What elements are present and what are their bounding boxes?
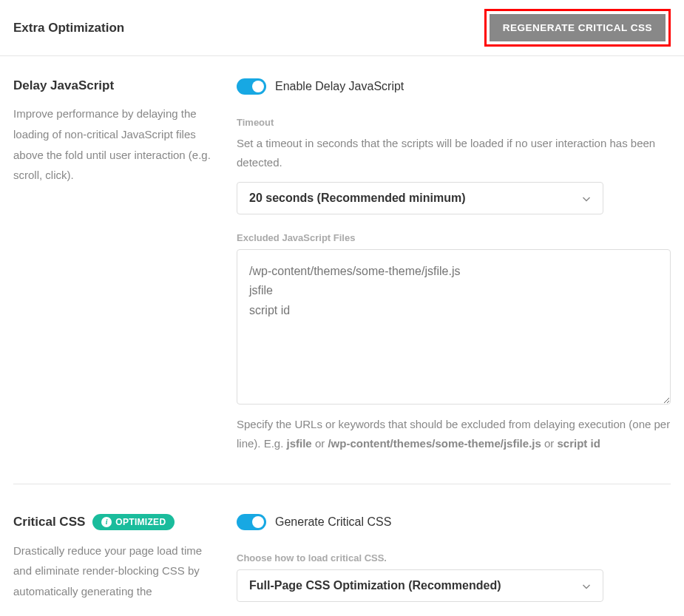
critical-css-mode-value: Full-Page CSS Optimization (Recommended) (249, 579, 501, 592)
choose-load-label: Choose how to load critical CSS. (237, 552, 671, 563)
excluded-files-label: Excluded JavaScript Files (237, 232, 671, 243)
section-description: Improve performance by delaying the load… (13, 104, 214, 186)
excluded-files-hint: Specify the URLs or keywords that should… (237, 415, 671, 454)
section-title: Critical CSS i OPTIMIZED (13, 514, 214, 530)
timeout-select[interactable]: 20 seconds (Recommended minimum) (237, 182, 603, 214)
timeout-select-value: 20 seconds (Recommended minimum) (249, 192, 466, 205)
generate-critical-css-toggle[interactable] (237, 514, 266, 530)
page-header: Extra Optimization REGENERATE CRITICAL C… (0, 0, 684, 56)
section-sidebar: Critical CSS i OPTIMIZED Drastically red… (13, 514, 214, 602)
regenerate-critical-css-button[interactable]: REGENERATE CRITICAL CSS (490, 14, 666, 41)
critical-css-section: Critical CSS i OPTIMIZED Drastically red… (13, 514, 671, 602)
badge-text: OPTIMIZED (115, 517, 166, 527)
chevron-down-icon (582, 581, 591, 590)
toggle-label: Generate Critical CSS (275, 515, 391, 529)
delay-javascript-section: Delay JavaScript Improve performance by … (13, 78, 671, 484)
section-title: Delay JavaScript (13, 78, 214, 93)
critical-css-mode-select[interactable]: Full-Page CSS Optimization (Recommended) (237, 569, 603, 602)
timeout-label: Timeout (237, 117, 671, 128)
section-title-text: Critical CSS (13, 515, 85, 529)
generate-critical-css-row: Generate Critical CSS (237, 514, 671, 530)
content-area: Delay JavaScript Improve performance by … (0, 56, 684, 602)
page-title: Extra Optimization (13, 21, 124, 35)
timeout-description: Set a timeout in seconds that the script… (237, 134, 671, 172)
chevron-down-icon (582, 194, 591, 203)
toggle-label: Enable Delay JavaScript (275, 80, 404, 93)
excluded-files-textarea[interactable] (237, 249, 671, 405)
section-body: Enable Delay JavaScript Timeout Set a ti… (237, 78, 671, 454)
optimized-badge: i OPTIMIZED (92, 514, 175, 530)
section-description: Drastically reduce your page load time a… (13, 541, 214, 602)
section-sidebar: Delay JavaScript Improve performance by … (13, 78, 214, 454)
enable-delay-js-toggle[interactable] (237, 78, 266, 95)
info-icon: i (101, 517, 112, 527)
section-body: Generate Critical CSS Choose how to load… (237, 514, 671, 602)
enable-delay-js-row: Enable Delay JavaScript (237, 78, 671, 95)
highlighted-button-frame: REGENERATE CRITICAL CSS (484, 9, 671, 47)
